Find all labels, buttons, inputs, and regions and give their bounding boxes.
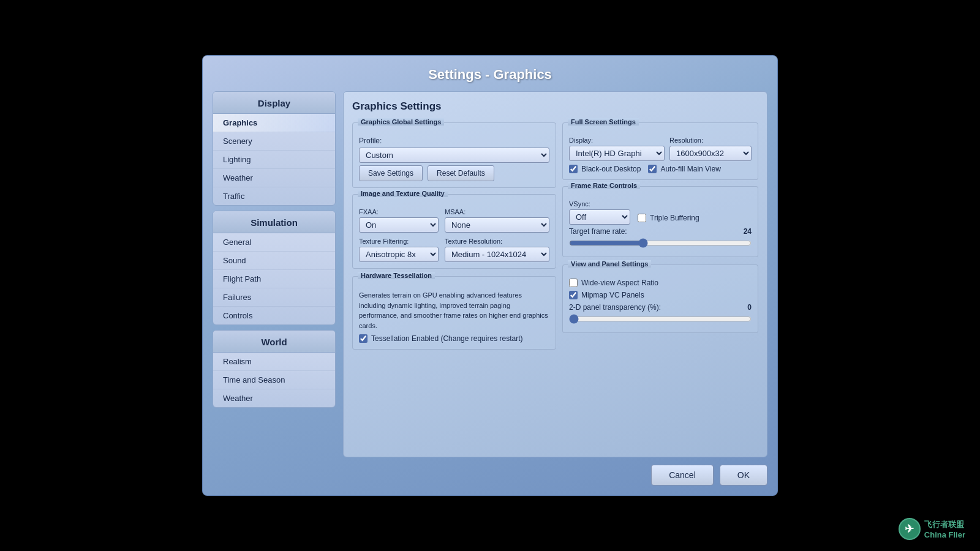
sidebar-section-simulation-header: Simulation [213, 211, 335, 233]
target-framerate-label: Target frame rate: [569, 227, 627, 236]
fxaa-field: FXAA: On Off [359, 208, 439, 233]
display-field: Display: Intel(R) HD Graphi [569, 137, 665, 161]
target-framerate-row: Target frame rate: 24 [569, 227, 752, 236]
sidebar-item-controls[interactable]: Controls [213, 307, 335, 324]
sidebar-item-traffic[interactable]: Traffic [213, 187, 335, 205]
transparency-row: 2-D panel transparency (%): 0 [569, 303, 752, 312]
triple-buffering-row: Triple Buffering [638, 214, 699, 222]
sidebar-item-scenery[interactable]: Scenery [213, 132, 335, 151]
mipmap-row: Mipmap VC Panels [569, 291, 752, 299]
view-panel-group: View and Panel Settings Wide-view Aspect… [562, 264, 758, 333]
texture-resolution-field: Texture Resolution: Medium - 1024x1024 L… [445, 238, 549, 262]
tessellation-description: Generates terrain on GPU enabling advanc… [359, 290, 549, 331]
profile-btn-row: Save Settings Reset Defaults [359, 165, 549, 181]
display-label: Display: [569, 137, 665, 144]
tessellation-group: Hardware Tessellation Generates terrain … [352, 276, 556, 350]
msaa-label: MSAA: [445, 208, 549, 216]
global-settings-group: Graphics Global Settings Profile: Custom… [352, 122, 556, 188]
right-column: Full Screen Settings Display: Intel(R) H… [562, 122, 758, 448]
sidebar-item-graphics[interactable]: Graphics [213, 114, 335, 132]
mipmap-label[interactable]: Mipmap VC Panels [581, 291, 644, 299]
vsync-row: VSync: Off On Triple Buffering [569, 200, 752, 225]
display-resolution-row: Display: Intel(R) HD Graphi Resolution: … [569, 137, 752, 161]
sidebar-section-display: Display Graphics Scenery Lighting Weathe… [213, 91, 336, 206]
image-texture-group: Image and Texture Quality FXAA: On Off M [352, 194, 556, 269]
wideview-checkbox[interactable] [569, 279, 578, 287]
texture-resolution-select[interactable]: Medium - 1024x1024 Low - 512x512 High - … [445, 247, 549, 262]
fullscreen-checkboxes: Black-out Desktop Auto-fill Main View [569, 165, 752, 173]
watermark-line2: China Flier [924, 530, 965, 539]
sidebar-section-world: World Realism Time and Season Weather [213, 330, 336, 408]
sidebar-item-lighting[interactable]: Lighting [213, 151, 335, 169]
profile-row: Profile: Custom Low Medium High Ultra [359, 137, 549, 163]
sidebar-item-flight-path[interactable]: Flight Path [213, 270, 335, 288]
watermark: ✈ 飞行者联盟 China Flier [899, 518, 965, 540]
vsync-field: VSync: Off On [569, 200, 630, 225]
tessellation-checkbox[interactable] [359, 334, 368, 343]
dialog-title: Settings - Graphics [203, 56, 777, 91]
texture-form-grid: FXAA: On Off MSAA: None 2x [359, 208, 549, 262]
resolution-field: Resolution: 1600x900x32 1920x1080x32 128… [669, 137, 752, 161]
main-panel: Graphics Settings Graphics Global Settin… [343, 91, 767, 457]
display-select[interactable]: Intel(R) HD Graphi [569, 146, 665, 161]
ok-button[interactable]: OK [720, 465, 767, 485]
blackout-checkbox[interactable] [569, 165, 578, 173]
mipmap-checkbox[interactable] [569, 291, 578, 299]
framerate-group: Frame Rate Controls VSync: Off On [562, 186, 758, 257]
sidebar-item-failures[interactable]: Failures [213, 288, 335, 307]
vsync-label: VSync: [569, 200, 630, 208]
panel-top-row: Graphics Global Settings Profile: Custom… [352, 122, 758, 448]
triple-buffering-label[interactable]: Triple Buffering [650, 214, 699, 222]
sidebar-item-realism[interactable]: Realism [213, 353, 335, 371]
settings-dialog: Settings - Graphics Display Graphics Sce… [202, 55, 778, 496]
autofill-label[interactable]: Auto-fill Main View [660, 165, 720, 173]
target-framerate-value: 24 [744, 227, 752, 236]
sidebar-item-time-season[interactable]: Time and Season [213, 371, 335, 389]
view-panel-title: View and Panel Settings [568, 260, 651, 268]
fxaa-select[interactable]: On Off [359, 217, 439, 233]
tessellation-title: Hardware Tessellation [358, 272, 435, 279]
sidebar-item-weather-world[interactable]: Weather [213, 389, 335, 407]
msaa-select[interactable]: None 2x 4x 8x [445, 217, 549, 233]
image-texture-title: Image and Texture Quality [358, 190, 448, 197]
wideview-label[interactable]: Wide-view Aspect Ratio [581, 279, 658, 287]
save-settings-button[interactable]: Save Settings [359, 165, 423, 181]
watermark-line1: 飞行者联盟 [924, 519, 965, 530]
framerate-title: Frame Rate Controls [568, 182, 640, 189]
left-column: Graphics Global Settings Profile: Custom… [352, 122, 556, 448]
sidebar-section-display-header: Display [213, 92, 335, 114]
vsync-select[interactable]: Off On [569, 209, 630, 225]
profile-label: Profile: [359, 137, 549, 145]
profile-select[interactable]: Custom Low Medium High Ultra [359, 148, 549, 163]
autofill-checkbox-row: Auto-fill Main View [648, 165, 720, 173]
transparency-value: 0 [747, 303, 752, 312]
triple-buffering-checkbox[interactable] [638, 214, 646, 222]
sidebar-section-world-header: World [213, 331, 335, 353]
target-framerate-slider[interactable] [569, 238, 752, 248]
fxaa-label: FXAA: [359, 208, 439, 216]
blackout-label[interactable]: Black-out Desktop [581, 165, 641, 173]
global-settings-title: Graphics Global Settings [358, 118, 444, 126]
resolution-label: Resolution: [669, 137, 752, 144]
sidebar-item-weather-display[interactable]: Weather [213, 169, 335, 187]
sidebar-item-sound[interactable]: Sound [213, 252, 335, 270]
transparency-slider[interactable] [569, 314, 752, 324]
transparency-label: 2-D panel transparency (%): [569, 303, 661, 312]
autofill-checkbox[interactable] [648, 165, 657, 173]
watermark-icon: ✈ [899, 518, 921, 540]
msaa-field: MSAA: None 2x 4x 8x [445, 208, 549, 233]
reset-defaults-button[interactable]: Reset Defaults [428, 165, 494, 181]
tessellation-checkbox-label[interactable]: Tessellation Enabled (Change requires re… [371, 334, 522, 343]
fullscreen-group: Full Screen Settings Display: Intel(R) H… [562, 122, 758, 180]
fullscreen-title: Full Screen Settings [568, 118, 639, 126]
texture-filtering-select[interactable]: Anisotropic 8x Anisotropic 4x Trilinear … [359, 247, 439, 262]
sidebar-item-general[interactable]: General [213, 233, 335, 252]
texture-filtering-field: Texture Filtering: Anisotropic 8x Anisot… [359, 238, 439, 262]
resolution-select[interactable]: 1600x900x32 1920x1080x32 1280x720x32 [669, 146, 752, 161]
panel-title: Graphics Settings [352, 100, 758, 113]
cancel-button[interactable]: Cancel [651, 465, 714, 485]
watermark-text: 飞行者联盟 China Flier [924, 519, 965, 539]
sidebar-section-simulation: Simulation General Sound Flight Path Fai… [213, 211, 336, 325]
dialog-footer: Cancel OK [203, 457, 777, 495]
view-checkboxes: Wide-view Aspect Ratio Mipmap VC Panels [569, 279, 752, 299]
